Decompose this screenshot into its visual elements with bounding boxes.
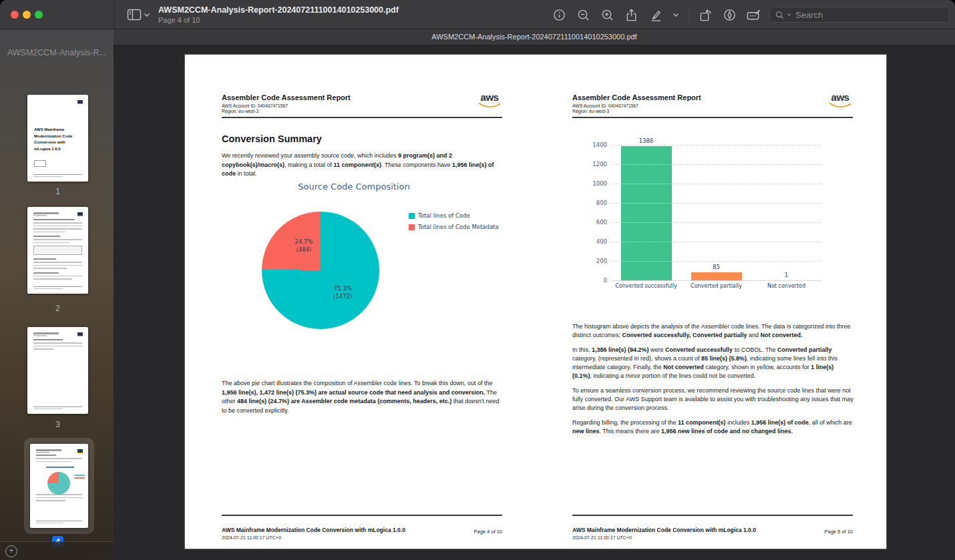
aws-logo-mini	[77, 332, 83, 336]
thumb1-title: AWS Mainframe Modernization Code Convers…	[34, 127, 81, 152]
thumb4-pie-chart	[47, 472, 70, 495]
histogram-paragraph: The histogram above depicts the analysis…	[572, 322, 854, 340]
zoom-out-icon[interactable]	[575, 7, 591, 23]
search-input[interactable]	[794, 9, 944, 21]
support-paragraph: To ensure a seamless conversion process,…	[572, 386, 854, 412]
aws-region: Region: eu-west-3	[222, 109, 502, 113]
bar-converted-successfully: 1386 Converted successfully	[611, 145, 681, 280]
thumbnail-sidebar: AWSM2CCM-Analysis-R... AWS Mainframe Mod…	[0, 29, 114, 560]
aws-logo: aws	[477, 92, 502, 108]
analysis-text-block: The histogram above depicts the analysis…	[572, 322, 854, 443]
content-area: AWSM2CCM-Analysis-Report-202407211100140…	[114, 29, 955, 560]
bar-chart: 1386 Converted successfully 85 Converted…	[611, 145, 821, 280]
toolbar-divider	[689, 8, 689, 21]
aws-account-id: AWS Account ID: 040467471567	[222, 103, 502, 108]
footer-timestamp: 2024-07-21 11:00:17 UTC+0	[222, 535, 405, 540]
page-number-3: 3	[27, 420, 88, 429]
report-footer: AWS Mainframe Modernization Code Convers…	[572, 515, 853, 540]
pdf-page-4: Assembler Code Assessment Report AWS Acc…	[185, 55, 536, 549]
close-button[interactable]	[11, 11, 19, 19]
chevron-down-icon	[144, 12, 150, 17]
page-number-2: 2	[27, 304, 88, 313]
pie-label-metadata: 24.7%(484)	[295, 238, 313, 254]
billing-paragraph: Regarding billing, the processing of the…	[572, 418, 854, 436]
pie-chart	[262, 212, 379, 329]
minimize-button[interactable]	[23, 11, 31, 19]
footer-page-label: Page 5 of 10	[824, 529, 853, 535]
sign-icon[interactable]	[721, 7, 737, 23]
window-title: AWSM2CCM-Analysis-Report-202407211100140…	[158, 5, 532, 15]
search-scope-chevron-icon[interactable]	[787, 13, 791, 17]
pdf-page-5: Assembler Code Assessment Report AWS Acc…	[536, 55, 886, 549]
report-title: Assembler Code Assessment Report	[572, 93, 853, 101]
aws-region: Region: eu-west-3	[572, 109, 853, 113]
titlebar: AWSM2CCM-Analysis-Report-202407211100140…	[0, 0, 955, 29]
thumbnail-page-3[interactable]	[27, 327, 88, 414]
bar-not-converted: 1 Not converted	[751, 145, 821, 280]
zoom-in-icon[interactable]	[599, 7, 615, 23]
aws-logo: aws	[827, 92, 853, 108]
titlebar-divider	[114, 0, 114, 29]
intro-paragraph: We recently reviewed your assembly sourc…	[222, 152, 498, 179]
footer-timestamp: 2024-07-21 11:00:17 UTC+0	[572, 535, 756, 540]
legend-swatch-red	[409, 224, 415, 230]
document-scroll-area[interactable]: Assembler Code Assessment Report AWS Acc…	[114, 45, 955, 560]
thumbnail-page-1[interactable]: AWS Mainframe Modernization Code Convers…	[27, 95, 88, 182]
pie-explanation-paragraph: The above pie chart illustrates the comp…	[222, 379, 500, 415]
aws-account-id: AWS Account ID: 040467471567	[572, 103, 853, 108]
footer-page-label: Page 4 of 10	[473, 529, 502, 535]
toolbar	[551, 0, 950, 29]
document-title-strip: AWSM2CCM-Analysis-Report-202407211100140…	[114, 29, 955, 45]
markup-dropdown-chevron-icon[interactable]	[671, 7, 681, 23]
form-fill-icon[interactable]	[745, 7, 761, 23]
section-heading: Conversion Summary	[222, 133, 322, 144]
sidebar-document-label: AWSM2CCM-Analysis-R...	[7, 48, 107, 57]
report-header: Assembler Code Assessment Report AWS Acc…	[222, 93, 502, 118]
info-icon[interactable]	[551, 7, 567, 23]
window-title-block: AWSM2CCM-Analysis-Report-202407211100140…	[158, 5, 532, 24]
preview-window: AWSM2CCM-Analysis-Report-202407211100140…	[0, 0, 955, 560]
report-footer: AWS Mainframe Modernization Code Convers…	[222, 515, 502, 540]
zoom-window-button[interactable]	[35, 11, 43, 19]
share-icon[interactable]	[623, 7, 639, 23]
aws-logo-mini	[77, 100, 83, 104]
page-number-1: 1	[27, 187, 88, 196]
footer-title: AWS Mainframe Modernization Code Convers…	[572, 527, 756, 533]
legend-swatch-teal	[409, 213, 415, 219]
sidebar-footer-bar: +	[0, 541, 114, 560]
add-page-button[interactable]: +	[5, 545, 17, 557]
pie-label-code: 75.3%(1472)	[333, 284, 352, 301]
thumb4-chart-title	[46, 467, 74, 468]
window-page-indicator: Page 4 of 10	[158, 16, 532, 24]
search-field[interactable]	[769, 7, 950, 23]
sidebar-toggle-button[interactable]	[127, 7, 154, 22]
legend-item: Total lines of Code	[409, 212, 499, 219]
footer-title: AWS Mainframe Modernization Code Convers…	[222, 527, 405, 533]
thumb1-stamp	[34, 160, 46, 167]
aws-logo-mini	[77, 449, 83, 453]
aws-logo-mini	[77, 212, 83, 216]
rotate-icon[interactable]	[697, 7, 713, 23]
thumbnail-page-2[interactable]	[27, 207, 88, 294]
pie-legend: Total lines of Code Total lines of Code …	[409, 212, 499, 235]
thumbnail-page-4[interactable]	[30, 444, 88, 528]
search-icon	[775, 11, 784, 19]
sidebar-icon	[127, 8, 142, 21]
report-title: Assembler Code Assessment Report	[222, 93, 502, 101]
pie-chart-title: Source Code Composition	[260, 182, 447, 192]
legend-item: Total lines of Code Metadata	[409, 224, 499, 230]
conversion-breakdown-paragraph: In this, 1,386 line(s) (94.2%) were Conv…	[572, 346, 854, 380]
report-header: Assembler Code Assessment Report AWS Acc…	[572, 93, 853, 118]
markup-icon[interactable]	[647, 7, 663, 23]
page-spread: Assembler Code Assessment Report AWS Acc…	[185, 55, 886, 549]
bar-converted-partially: 85 Converted partially	[681, 145, 751, 280]
